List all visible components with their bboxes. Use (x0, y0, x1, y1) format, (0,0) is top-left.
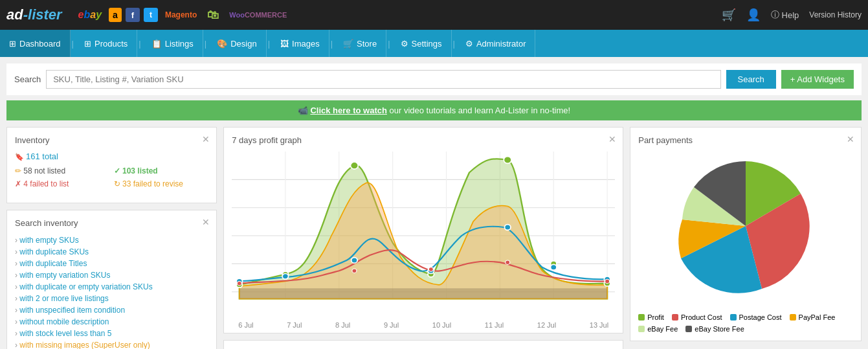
search-label: Search (14, 74, 41, 84)
facebook-icon[interactable]: f (126, 8, 140, 22)
chart-container (232, 152, 615, 320)
nav-divider-1: | (71, 30, 75, 57)
nav-divider-7: | (452, 30, 456, 57)
failed-revise-stat: 33 failed to revise (114, 179, 209, 188)
nav-store[interactable]: 🛒 Store (334, 30, 386, 57)
banner-link[interactable]: Click here to watch (310, 106, 386, 115)
search-inv-stock-level[interactable]: with stock level less than 5 (15, 328, 208, 339)
part-payments-close-button[interactable]: ✕ (847, 134, 854, 144)
search-inv-empty-skus[interactable]: with empty SKUs (15, 234, 208, 246)
cart-icon[interactable]: 🛒 (722, 8, 736, 22)
search-inventory-close-button[interactable]: ✕ (202, 217, 210, 227)
inventory-close-button[interactable]: ✕ (202, 134, 210, 144)
nav-settings[interactable]: ⚙ Settings (392, 30, 452, 57)
nav-divider-5: | (329, 30, 334, 57)
pie-chart-svg (662, 152, 830, 307)
search-inventory-list: with empty SKUs with duplicate SKUs with… (15, 234, 208, 349)
shopify-icon[interactable]: 🛍 (204, 8, 222, 22)
chart-label-6: 12 Jul (537, 321, 556, 329)
dashboard-icon: ⊞ (9, 39, 16, 49)
chart-label-3: 9 Jul (384, 321, 399, 329)
woocommerce-icon[interactable]: WooCOMMERCE (226, 8, 290, 22)
search-inv-item-condition-label: with unspecified item condition (19, 306, 125, 315)
inventory-title: Inventory (15, 135, 208, 145)
nav-listings[interactable]: 📋 Listings (142, 30, 203, 57)
nav-images-label: Images (292, 39, 320, 49)
svg-point-16 (504, 157, 512, 164)
search-inv-empty-variation-skus-label: with empty variation SKUs (19, 271, 110, 280)
search-inv-duplicate-titles-label: with duplicate Titles (19, 259, 87, 268)
nav-design[interactable]: 🎨 Design (208, 30, 266, 57)
legend-dot-profit (638, 314, 645, 321)
legend-label-ebay-store-fee: eBay Store Fee (695, 325, 744, 333)
admin-icon: ⚙ (465, 39, 473, 49)
failed-revise-value: 33 failed to revise (122, 179, 183, 188)
chart-label-1: 7 Jul (287, 321, 302, 329)
legend-paypal-fee: PayPal Fee (790, 313, 836, 321)
listings-icon: 📋 (151, 39, 162, 49)
design-icon: 🎨 (217, 39, 227, 49)
svg-point-24 (551, 264, 557, 270)
nav-products[interactable]: ⊞ Products (75, 30, 137, 57)
pie-legend: Profit Product Cost Postage Cost Pa (638, 313, 853, 333)
marketplace-icons: ebay a f t Magento 🛍 WooCOMMERCE (75, 8, 291, 22)
svg-point-26 (238, 281, 242, 286)
search-input[interactable] (46, 70, 720, 89)
chart-label-0: 6 Jul (238, 321, 253, 329)
twitter-icon[interactable]: t (144, 8, 158, 22)
nav-settings-label: Settings (412, 39, 442, 49)
user-icon[interactable]: 👤 (746, 8, 761, 22)
item-listings-widget: Item listings ✕ (223, 340, 623, 349)
widget-grid: Inventory ✕ 161 total 58 not listed 103 … (6, 127, 862, 349)
nav-divider-2: | (137, 30, 142, 57)
search-inv-duplicate-titles[interactable]: with duplicate Titles (15, 258, 208, 269)
nav-dashboard[interactable]: ⊞ Dashboard (0, 30, 71, 57)
chart-labels: 6 Jul 7 Jul 8 Jul 9 Jul 10 Jul 11 Jul 12… (232, 321, 615, 329)
search-inv-empty-variation-skus[interactable]: with empty variation SKUs (15, 269, 208, 281)
chart-label-2: 8 Jul (335, 321, 350, 329)
magento-icon[interactable]: Magento (162, 8, 200, 22)
nav-images[interactable]: 🖼 Images (271, 30, 329, 57)
search-inv-mobile-desc-label: without mobile description (19, 317, 109, 326)
profit-graph-close-button[interactable]: ✕ (608, 134, 616, 144)
help-circle-icon: ⓘ (771, 9, 779, 21)
search-button[interactable]: Search (726, 70, 776, 89)
search-inv-live-listings[interactable]: with 2 or more live listings (15, 293, 208, 304)
help-label: Help (782, 10, 799, 20)
nav-store-label: Store (357, 39, 377, 49)
search-inv-item-condition[interactable]: with unspecified item condition (15, 304, 208, 316)
nav-administrator[interactable]: ⚙ Administrator (456, 30, 536, 57)
legend-dot-ebay-store-fee (685, 326, 692, 332)
nav-dashboard-label: Dashboard (19, 39, 61, 49)
search-inv-empty-skus-label: with empty SKUs (19, 236, 78, 245)
search-inv-mobile-desc[interactable]: without mobile description (15, 316, 208, 328)
legend-label-paypal-fee: PayPal Fee (799, 313, 836, 321)
banner-video-icon: 📹 (298, 106, 308, 115)
nav-bar: ⊞ Dashboard | ⊞ Products | 📋 Listings | … (0, 30, 868, 57)
not-listed-stat: 58 not listed (15, 166, 110, 175)
svg-point-20 (282, 274, 288, 280)
svg-point-23 (505, 225, 511, 231)
amazon-icon[interactable]: a (109, 8, 122, 22)
svg-point-29 (506, 260, 510, 265)
ebay-icon[interactable]: ebay (75, 8, 106, 22)
legend-dot-paypal-fee (790, 314, 796, 321)
part-payments-widget: Part payments ✕ (630, 127, 862, 341)
middle-column: 7 days profit graph ✕ (223, 127, 623, 349)
search-inv-duplicate-variation-skus[interactable]: with duplicate or empty variation SKUs (15, 281, 208, 293)
svg-point-30 (605, 279, 610, 284)
legend-label-profit: Profit (647, 313, 664, 321)
help-button[interactable]: ⓘ Help (771, 9, 799, 21)
nav-divider-3: | (203, 30, 208, 57)
version-history-link[interactable]: Version History (809, 10, 862, 19)
part-payments-title: Part payments (638, 135, 853, 145)
main-content: Search Search + Add Widgets 📹 Click here… (0, 57, 868, 349)
search-bar: Search Search + Add Widgets (6, 63, 862, 95)
nav-divider-6: | (386, 30, 391, 57)
legend-ebay-fee: eBay Fee (638, 325, 678, 333)
failed-stat: 4 failed to list (15, 179, 110, 188)
search-inv-missing-images[interactable]: with missing images (SuperUser only) (15, 339, 208, 349)
legend-dot-postage-cost (730, 314, 737, 321)
add-widgets-button[interactable]: + Add Widgets (781, 70, 854, 89)
search-inv-duplicate-skus[interactable]: with duplicate SKUs (15, 246, 208, 258)
